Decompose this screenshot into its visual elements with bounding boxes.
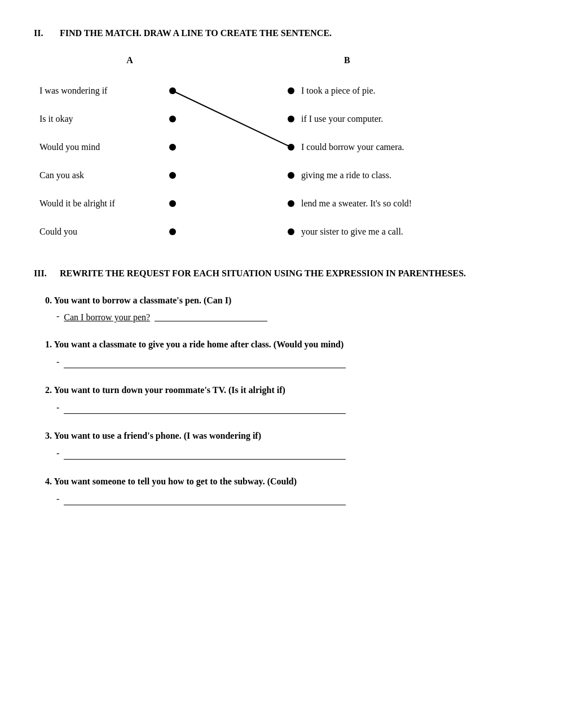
col-a-text: Would it be alright if [39, 198, 164, 209]
col-b-text: if I use your computer. [301, 114, 383, 124]
section-3-number: III. [34, 268, 51, 279]
exercise-question: 2. You want to turn down your roommate's… [45, 385, 530, 395]
section-3: III. REWRITE THE REQUEST FOR EACH SITUAT… [34, 268, 530, 505]
exercise-item: 4. You want someone to tell you how to g… [45, 476, 530, 505]
col-a-row: Can you ask [39, 161, 197, 189]
section-3-title: REWRITE THE REQUEST FOR EACH SITUATION U… [60, 268, 466, 279]
exercise-item: 3. You want to use a friend's phone. (I … [45, 431, 530, 460]
answer-input[interactable] [64, 447, 346, 460]
col-a-row: Is it okay [39, 105, 197, 133]
col-b-row: if I use your computer. [288, 105, 412, 133]
exercise-question: 0. You want to borrow a classmate's pen.… [45, 295, 530, 306]
section-2-header: II. FIND THE MATCH. DRAW A LINE TO CREAT… [34, 28, 530, 38]
answer-dash: - [56, 494, 59, 504]
exercise-question: 1. You want a classmate to give you a ri… [45, 339, 530, 350]
exercise-question: 4. You want someone to tell you how to g… [45, 476, 530, 487]
section-3-header: III. REWRITE THE REQUEST FOR EACH SITUAT… [34, 268, 530, 279]
col-b-text: I took a piece of pie. [301, 86, 376, 96]
col-b-row: giving me a ride to class. [288, 161, 412, 189]
col-b-text: your sister to give me a call. [301, 227, 403, 237]
col-a-text: Could you [39, 227, 164, 237]
col-a-row: Could you [39, 218, 197, 246]
exercise-answer: - [56, 401, 530, 414]
col-b-text: lend me a sweater. It's so cold! [301, 198, 412, 209]
col-b-text: giving me a ride to class. [301, 170, 391, 180]
col-b-dot [288, 116, 294, 122]
exercise-question: 3. You want to use a friend's phone. (I … [45, 431, 530, 441]
col-b-dot [288, 87, 294, 94]
answer-dash: - [56, 311, 59, 321]
col-a-row: Would you mind [39, 133, 197, 161]
col-a-text: Can you ask [39, 170, 164, 180]
exercise-answer: - [56, 492, 530, 505]
col-a-dot [169, 116, 176, 122]
answer-input[interactable] [64, 355, 346, 368]
col-b-row: your sister to give me a call. [288, 218, 412, 246]
exercise-answer: -Can I borrow your pen? [56, 311, 530, 323]
col-b-row: I took a piece of pie. [288, 77, 412, 105]
section-2: II. FIND THE MATCH. DRAW A LINE TO CREAT… [34, 28, 530, 246]
col-a-row: Would it be alright if [39, 189, 197, 218]
answer-input[interactable] [64, 492, 346, 505]
col-b-header: B [344, 55, 350, 65]
col-b-dot [288, 172, 294, 179]
matching-rows: I was wondering ifIs it okayWould you mi… [39, 77, 530, 246]
exercise-answer: - [56, 447, 530, 460]
col-b-row: lend me a sweater. It's so cold! [288, 189, 412, 218]
exercise-item: 1. You want a classmate to give you a ri… [45, 339, 530, 368]
col-b-dot [288, 228, 294, 235]
col-a-text: Would you mind [39, 142, 164, 152]
col-a-dot [169, 144, 176, 151]
col-a-text: I was wondering if [39, 86, 164, 96]
answer-line-after [155, 321, 267, 321]
exercise-item: 0. You want to borrow a classmate's pen.… [45, 295, 530, 323]
col-a-text: Is it okay [39, 114, 164, 124]
answer-input[interactable] [64, 401, 346, 414]
answer-filled-text: Can I borrow your pen? [64, 312, 150, 323]
exercises-container: 0. You want to borrow a classmate's pen.… [45, 295, 530, 505]
answer-dash: - [56, 357, 59, 367]
exercise-item: 2. You want to turn down your roommate's… [45, 385, 530, 414]
exercise-answer: - [56, 355, 530, 368]
col-a-dot [169, 200, 176, 207]
answer-dash: - [56, 403, 59, 413]
col-a-dot [169, 172, 176, 179]
section-2-title: FIND THE MATCH. DRAW A LINE TO CREATE TH… [60, 28, 332, 38]
col-b-dot [288, 200, 294, 207]
columns-header: A B [39, 55, 530, 65]
col-b-text: I could borrow your camera. [301, 142, 404, 152]
col-a-dot [169, 228, 176, 235]
col-b-row: I could borrow your camera. [288, 133, 412, 161]
section-2-number: II. [34, 28, 51, 38]
col-a-header: A [39, 55, 220, 65]
col-a-row: I was wondering if [39, 77, 197, 105]
col-b-dot [288, 144, 294, 151]
col-a-dot [169, 87, 176, 94]
answer-dash: - [56, 448, 59, 458]
matching-wrapper: A B I was wondering ifIs it okayWould yo… [34, 55, 530, 246]
